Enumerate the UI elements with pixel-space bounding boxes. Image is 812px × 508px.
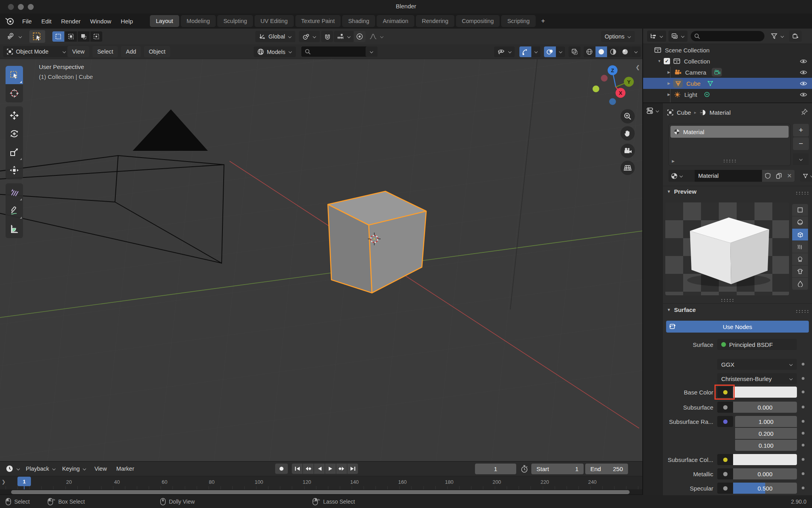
specular-slider[interactable]: 0.500 xyxy=(733,483,797,494)
asset-browser-dropdown[interactable]: Models xyxy=(254,46,296,57)
menu-window[interactable]: Window xyxy=(85,16,116,26)
select-mode-invert-button[interactable] xyxy=(90,31,102,42)
mesh-data-icon[interactable] xyxy=(707,81,714,87)
pivot-point-dropdown[interactable] xyxy=(299,31,320,42)
workspace-tab-uv-editing[interactable]: UV Editing xyxy=(255,15,294,27)
sidebar-collapse-arrow[interactable]: ❮ xyxy=(636,64,640,70)
add-workspace-button[interactable]: + xyxy=(537,15,549,27)
menu-edit[interactable]: Edit xyxy=(36,16,56,26)
material-slot-row[interactable]: Material xyxy=(670,126,789,138)
outliner-filter-funnel-dropdown[interactable] xyxy=(768,31,787,42)
breadcrumb-object[interactable]: Cube xyxy=(677,109,691,116)
shading-rendered-button[interactable] xyxy=(619,46,631,57)
camera-view-button[interactable] xyxy=(620,144,635,158)
keying-menu[interactable]: Keying xyxy=(59,466,90,472)
workspace-tab-compositing[interactable]: Compositing xyxy=(456,15,500,27)
preview-cloth-button[interactable] xyxy=(792,266,808,277)
preview-shaderball-button[interactable] xyxy=(792,253,808,265)
workspace-tab-shading[interactable]: Shading xyxy=(342,15,375,27)
viewport-menu-add[interactable]: Add xyxy=(121,46,141,57)
gizmo-dropdown[interactable] xyxy=(532,46,540,57)
search-filter-dropdown[interactable] xyxy=(366,46,377,57)
timeline-scrollbar[interactable] xyxy=(0,489,642,495)
gizmo-toggle-button[interactable] xyxy=(519,46,531,57)
browse-material-dropdown[interactable] xyxy=(668,170,695,182)
viewport-menu-object[interactable]: Object xyxy=(144,46,170,57)
jump-to-end-button[interactable] xyxy=(347,464,358,474)
outliner-row-collection[interactable]: ▼ ✓ Collection xyxy=(643,56,812,67)
workspace-tab-animation[interactable]: Animation xyxy=(377,15,414,27)
disclosure-triangle-icon[interactable]: ▶ xyxy=(666,92,672,96)
eye-icon[interactable] xyxy=(800,92,807,97)
remove-material-slot-button[interactable]: − xyxy=(793,137,809,150)
unlink-material-button[interactable]: ✕ xyxy=(784,170,795,182)
jump-to-start-button[interactable] xyxy=(292,464,303,474)
distribution-dropdown[interactable]: GGX xyxy=(717,359,797,370)
playhead[interactable]: 1 xyxy=(17,477,31,486)
annotate-tool-button[interactable] xyxy=(6,183,23,202)
material-slot-list[interactable]: Material ▶ xyxy=(668,124,791,166)
workspace-tab-texture-paint[interactable]: Texture Paint xyxy=(295,15,341,27)
timeline-expand-arrow[interactable]: ❯ xyxy=(2,479,6,485)
play-button[interactable] xyxy=(325,464,336,474)
preview-cube-button[interactable] xyxy=(792,229,808,241)
preview-resize-grip[interactable] xyxy=(720,298,734,302)
current-frame-field[interactable]: 1 xyxy=(475,464,516,474)
outliner-display-mode-dropdown[interactable] xyxy=(647,31,666,42)
eye-icon[interactable] xyxy=(800,70,807,75)
outliner-filter-dropdown[interactable] xyxy=(668,31,688,42)
disclosure-triangle-icon[interactable]: ▼ xyxy=(657,59,662,63)
outliner-search-input[interactable] xyxy=(691,31,764,41)
shading-dropdown[interactable] xyxy=(631,46,641,57)
active-tool-selector[interactable] xyxy=(3,31,26,42)
next-keyframe-button[interactable] xyxy=(336,464,347,474)
slot-list-expand-icon[interactable]: ▶ xyxy=(670,159,676,163)
playback-menu[interactable]: Playback xyxy=(23,466,59,472)
subsurface-radius-socket[interactable] xyxy=(717,416,733,427)
material-link-dropdown[interactable] xyxy=(800,170,812,182)
preview-sphere-button[interactable] xyxy=(792,216,808,228)
outliner-row-camera[interactable]: ▶ Camera xyxy=(643,67,812,78)
outliner-row-cube[interactable]: ▶ Cube xyxy=(643,78,812,89)
add-material-slot-button[interactable]: + xyxy=(793,124,809,137)
outliner-row-light[interactable]: ▶ Light xyxy=(643,89,812,100)
blender-logo-icon[interactable] xyxy=(5,17,15,25)
preview-fluid-button[interactable] xyxy=(792,278,808,290)
metallic-value-field[interactable]: 0.000 xyxy=(733,468,797,479)
viewport-menu-select[interactable]: Select xyxy=(92,46,118,57)
scrollbar-thumb[interactable] xyxy=(11,490,630,494)
overlays-toggle-button[interactable] xyxy=(544,46,556,57)
snap-target-dropdown[interactable] xyxy=(334,31,354,42)
fake-user-button[interactable] xyxy=(762,170,773,182)
zoom-view-button[interactable] xyxy=(620,109,635,123)
menu-file[interactable]: File xyxy=(17,16,36,26)
preview-flat-button[interactable] xyxy=(792,204,808,216)
measure-tool-button[interactable] xyxy=(6,220,23,238)
metallic-socket[interactable] xyxy=(717,468,733,479)
breadcrumb-tab[interactable]: Material xyxy=(709,109,730,116)
move-tool-button[interactable] xyxy=(6,106,23,125)
transform-tool-button[interactable] xyxy=(6,161,23,179)
material-slot-specials-dropdown[interactable] xyxy=(793,153,809,165)
snap-toggle-button[interactable] xyxy=(321,31,333,42)
workspace-tab-scripting[interactable]: Scripting xyxy=(501,15,535,27)
panel-drag-grip[interactable] xyxy=(795,310,809,313)
xray-toggle-button[interactable] xyxy=(569,46,580,57)
select-mode-subtract-button[interactable] xyxy=(78,31,90,42)
shading-wireframe-button[interactable] xyxy=(584,46,595,57)
list-resize-grip[interactable] xyxy=(723,159,736,162)
pin-icon[interactable] xyxy=(801,108,808,115)
collection-checkbox[interactable]: ✓ xyxy=(664,58,670,64)
select-box-tool-button[interactable] xyxy=(6,66,23,84)
surface-shader-button[interactable]: Principled BSDF xyxy=(717,339,797,350)
transform-orientation-dropdown[interactable]: Global xyxy=(255,31,295,42)
eye-icon[interactable] xyxy=(800,59,807,64)
panel-drag-grip[interactable] xyxy=(795,191,809,194)
rotate-tool-button[interactable] xyxy=(6,125,23,143)
base-color-swatch[interactable] xyxy=(733,387,797,398)
object-visibility-dropdown[interactable] xyxy=(494,46,515,57)
camera-data-badge[interactable] xyxy=(712,68,722,77)
workspace-tab-sculpting[interactable]: Sculpting xyxy=(217,15,253,27)
pan-view-button[interactable] xyxy=(620,126,635,140)
radius-z-field[interactable]: 0.100 xyxy=(735,440,797,451)
